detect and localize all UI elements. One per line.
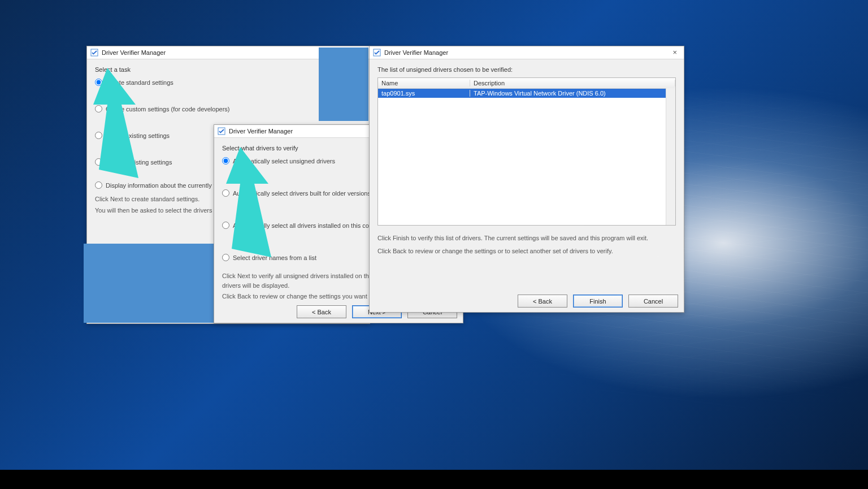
desktop-background: Driver Verifier Manager Select a task Cr… (0, 0, 868, 489)
opt-label: Create custom settings (for code develop… (106, 106, 230, 112)
app-icon (373, 49, 381, 57)
app-icon (218, 127, 225, 135)
title-text: Driver Verifier Manager (384, 49, 448, 56)
opt-label: Create standard settings (106, 79, 173, 86)
app-icon (90, 49, 98, 57)
annotation-overlay (84, 244, 214, 323)
group-label: The list of unsigned drivers chosen to b… (377, 66, 676, 73)
opt-label: Display existing settings (106, 159, 172, 166)
opt-label: Automatically select all drivers install… (233, 222, 388, 229)
finish-button[interactable]: Finish (573, 295, 623, 308)
opt-label: Delete existing settings (106, 132, 170, 139)
opt-label: Select driver names from a list (233, 254, 316, 261)
annotation-overlay (319, 47, 368, 121)
col-header-desc[interactable]: Description (470, 80, 675, 86)
col-header-name[interactable]: Name (378, 80, 470, 86)
hint-text: Click Finish to verify this list of driv… (377, 233, 676, 243)
back-button[interactable]: < Back (297, 305, 346, 318)
title-text: Driver Verifier Manager (229, 128, 293, 135)
driver-list[interactable]: Name Description tap0901.sys TAP-Windows… (377, 77, 676, 226)
table-row[interactable]: tap0901.sys TAP-Windows Virtual Network … (378, 89, 675, 98)
dialog-unsigned-list: Driver Verifier Manager × The list of un… (369, 46, 684, 313)
title-text: Driver Verifier Manager (102, 49, 166, 56)
hint-text: Click Back to review or change the setti… (377, 246, 676, 256)
cell-name: tap0901.sys (378, 90, 470, 97)
back-button[interactable]: < Back (518, 295, 567, 308)
opt-label: Automatically select unsigned drivers (233, 158, 335, 165)
bottom-bar (0, 470, 868, 489)
titlebar[interactable]: Driver Verifier Manager × (370, 46, 684, 59)
list-header: Name Description (378, 78, 675, 89)
close-icon[interactable]: × (669, 47, 680, 58)
cell-desc: TAP-Windows Virtual Network Driver (NDIS… (470, 90, 675, 97)
cancel-button[interactable]: Cancel (628, 295, 678, 308)
scrollbar[interactable] (666, 88, 675, 225)
